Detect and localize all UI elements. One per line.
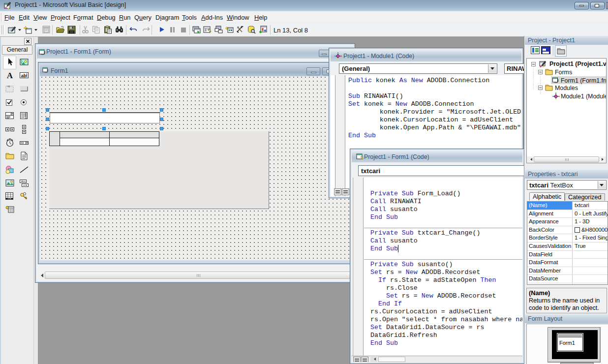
svg-text:xy: xy [7, 85, 10, 88]
svg-text:A: A [7, 71, 13, 80]
svg-text:OLE: OLE [7, 198, 11, 200]
svg-text:ab: ab [21, 73, 26, 78]
